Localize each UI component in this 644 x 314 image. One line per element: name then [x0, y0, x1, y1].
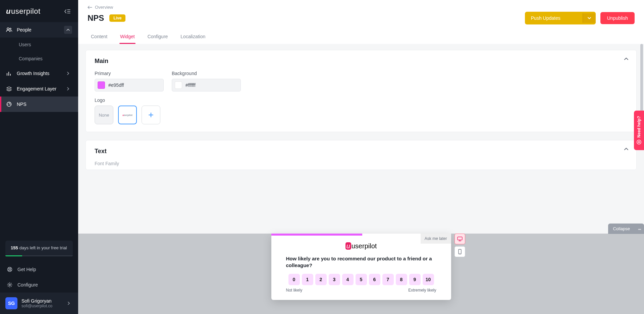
- nps-score[interactable]: 0: [288, 274, 300, 285]
- nps-score[interactable]: 10: [423, 274, 434, 285]
- nps-high-label: Extremely likely: [408, 288, 436, 293]
- primary-color-label: Primary: [95, 71, 164, 76]
- help-tab[interactable]: Need help?: [634, 111, 644, 150]
- background-color-input[interactable]: #ffffff: [172, 79, 241, 91]
- nps-score[interactable]: 3: [329, 274, 340, 285]
- color-swatch-icon: [175, 81, 182, 89]
- avatar: SG: [5, 297, 17, 309]
- nav-label: Growth Insights: [17, 71, 59, 76]
- push-label: Push Updates: [525, 12, 567, 24]
- tab-widget[interactable]: Widget: [119, 30, 136, 44]
- bar-chart-icon: [6, 70, 12, 76]
- nav-get-help[interactable]: Get Help: [0, 262, 78, 277]
- nps-score-row: 0 1 2 3 4 5 6 7 8 9 10: [271, 274, 451, 285]
- user-email: sofi@userpilot.co: [21, 304, 61, 308]
- sidebar-header: uuserpilot: [0, 0, 78, 22]
- chevron-right-icon: [64, 69, 72, 77]
- life-ring-icon: [636, 139, 642, 145]
- svg-point-8: [460, 253, 460, 254]
- chevron-right-icon: [65, 299, 73, 307]
- nav-sub-companies[interactable]: Companies: [0, 52, 78, 66]
- nav-section-growth[interactable]: Growth Insights: [0, 66, 78, 81]
- arrow-left-icon: [88, 6, 92, 9]
- nav-configure[interactable]: Configure: [0, 277, 78, 293]
- plus-icon: [148, 112, 154, 118]
- nps-question: How likely are you to recommend our prod…: [271, 253, 451, 274]
- nps-score[interactable]: 1: [302, 274, 313, 285]
- tab-configure[interactable]: Configure: [147, 30, 169, 44]
- nps-low-label: Not likely: [286, 288, 303, 293]
- logo-option-none[interactable]: None: [95, 106, 113, 124]
- card-main-title: Main: [95, 58, 628, 65]
- menu-collapse-icon: [64, 9, 70, 14]
- nps-score[interactable]: 4: [342, 274, 354, 285]
- trial-days: 155: [11, 245, 18, 250]
- chevron-right-icon: [64, 85, 72, 93]
- push-updates-button[interactable]: Push Updates: [525, 12, 596, 24]
- nav-sub-users[interactable]: Users: [0, 38, 78, 52]
- nps-score[interactable]: 8: [396, 274, 407, 285]
- primary-color-value: #e95dff: [108, 82, 124, 88]
- sidebar-toggle[interactable]: [63, 7, 72, 16]
- card-text: Text Font Family: [86, 140, 637, 170]
- tab-content[interactable]: Content: [90, 30, 108, 44]
- layers-icon: [6, 86, 12, 92]
- tabs: Content Widget Configure Localization: [88, 30, 635, 44]
- mobile-icon: [458, 249, 462, 254]
- card-text-title: Text: [95, 148, 628, 155]
- nav-label: Engagement Layer: [17, 86, 59, 91]
- nav-section-engagement[interactable]: Engagement Layer: [0, 81, 78, 97]
- device-toggle: [454, 234, 465, 257]
- nps-preview-card: Ask me later uuserpilot How likely are y…: [271, 234, 451, 300]
- chevron-up-icon: [64, 26, 72, 34]
- nps-score[interactable]: 5: [356, 274, 367, 285]
- desktop-icon: [457, 237, 463, 241]
- font-family-label: Font Family: [95, 161, 628, 166]
- svg-point-0: [7, 28, 9, 30]
- logo-option-add[interactable]: [142, 106, 160, 124]
- svg-point-3: [8, 267, 12, 272]
- primary-color-input[interactable]: #e95dff: [95, 79, 164, 91]
- status-badge: Live: [109, 14, 125, 22]
- trial-progress: [5, 255, 73, 256]
- brand-logo: uuserpilot: [6, 7, 41, 16]
- ask-later-button[interactable]: Ask me later: [421, 234, 451, 244]
- nav-label: People: [17, 27, 32, 33]
- svg-point-1: [10, 28, 11, 29]
- help-label: Get Help: [17, 267, 36, 272]
- svg-point-10: [638, 141, 640, 143]
- card-main: Main Primary #e95dff Background: [86, 50, 637, 132]
- preview-pane: Ask me later uuserpilot How likely are y…: [78, 234, 644, 314]
- nav-section-people[interactable]: People: [0, 22, 78, 38]
- breadcrumb-label: Overview: [95, 5, 113, 10]
- help-tab-label: Need help?: [637, 116, 641, 138]
- nps-score[interactable]: 2: [315, 274, 327, 285]
- background-color-value: #ffffff: [185, 82, 196, 88]
- nps-score[interactable]: 7: [382, 274, 394, 285]
- card-collapse-toggle[interactable]: [624, 148, 628, 150]
- life-ring-icon: [7, 266, 13, 272]
- nps-score[interactable]: 9: [409, 274, 421, 285]
- breadcrumb-back[interactable]: Overview: [88, 5, 635, 10]
- nav-item-nps[interactable]: NPS: [0, 97, 78, 112]
- nav-label: NPS: [17, 102, 26, 107]
- nps-score[interactable]: 6: [369, 274, 380, 285]
- device-mobile-button[interactable]: [454, 246, 465, 257]
- tab-localization[interactable]: Localization: [180, 30, 206, 44]
- logo-label: Logo: [95, 98, 628, 103]
- push-dropdown-icon[interactable]: [583, 13, 596, 23]
- gear-icon: [7, 282, 13, 288]
- user-name: Sofi Grigoryan: [21, 298, 61, 304]
- color-swatch-icon: [98, 81, 105, 89]
- page-header: Overview NPS Live Push Updates Unpublish: [78, 0, 644, 44]
- unpublish-button[interactable]: Unpublish: [600, 12, 635, 24]
- logo-option-selected[interactable]: userpilot: [118, 106, 137, 124]
- people-icon: [6, 27, 12, 33]
- user-menu[interactable]: SG Sofi Grigoryan sofi@userpilot.co: [0, 293, 78, 314]
- trial-banner[interactable]: 155days left in your free trial: [5, 241, 73, 256]
- collapse-preview-button[interactable]: Collapse: [608, 224, 644, 234]
- progress-accent: [271, 234, 362, 236]
- card-collapse-toggle[interactable]: [624, 58, 628, 60]
- trial-text: days left in your free trial: [19, 245, 67, 250]
- device-desktop-button[interactable]: [454, 234, 465, 244]
